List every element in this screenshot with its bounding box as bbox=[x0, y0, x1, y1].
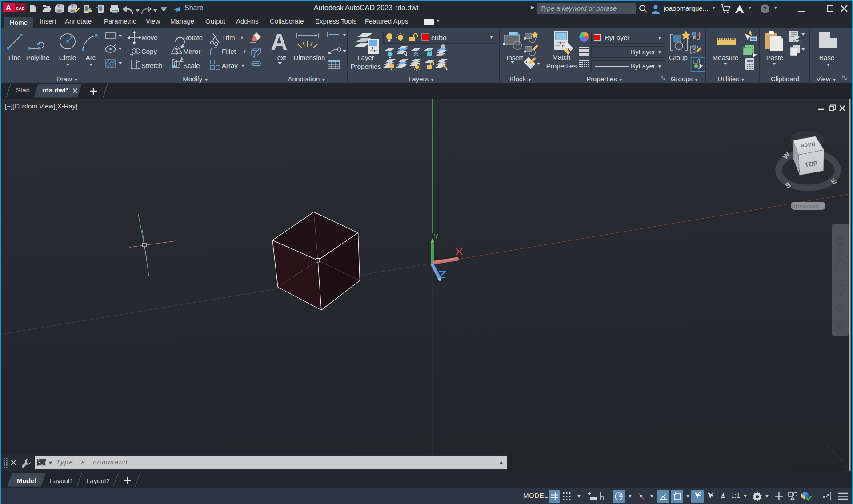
svg-text:CAD: CAD bbox=[16, 6, 25, 11]
svg-text:Y: Y bbox=[433, 232, 438, 241]
svg-text:❄: ❄ bbox=[413, 51, 419, 58]
svg-text:A: A bbox=[6, 4, 11, 12]
svg-text:Unnamed: Unnamed bbox=[791, 203, 819, 209]
svg-text:A: A bbox=[271, 29, 288, 55]
svg-text:?: ? bbox=[763, 5, 767, 12]
